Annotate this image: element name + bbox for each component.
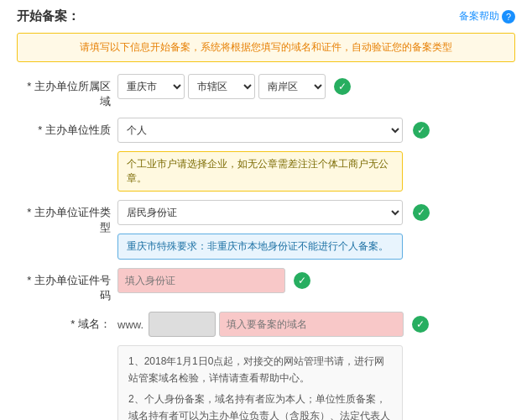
warning-text: 请填写以下信息开始备案，系统将根据您填写的域名和证件，自动验证您的备案类型 [80,41,452,53]
org-type-select[interactable]: 个人 [117,118,403,143]
domain-www-prefix: www. [117,318,143,331]
help-link-text: 备案帮助 [459,9,499,24]
id-number-row: * 主办单位证件号码 ✓ [17,268,515,303]
region-city-select[interactable]: 重庆市 [117,74,185,99]
id-type-select[interactable]: 居民身份证 [117,200,403,225]
domain-check-icon: ✓ [412,316,429,333]
help-link[interactable]: 备案帮助 ? [459,9,515,24]
page-title: 开始备案： [17,8,80,24]
id-type-row: * 主办单位证件类型 居民身份证 ✓ 重庆市特殊要求：非重庆市本地身份证不能进行… [17,200,515,260]
region-label: * 主办单位所属区域 [17,74,117,109]
id-type-hint: 重庆市特殊要求：非重庆市本地身份证不能进行个人备案。 [117,234,403,260]
registration-form: * 主办单位所属区域 重庆市 市辖区 南岸区 ✓ * 主办单位性质 [17,74,515,420]
id-number-input[interactable] [117,268,285,293]
org-type-label: * 主办单位性质 [17,118,117,138]
id-number-check-icon: ✓ [294,272,310,289]
id-type-check-icon: ✓ [413,204,430,221]
id-type-controls: 居民身份证 ✓ 重庆市特殊要求：非重庆市本地身份证不能进行个人备案。 [117,200,515,260]
domain-main-input[interactable] [219,312,404,337]
page-header: 开始备案： 备案帮助 ? [17,8,515,24]
domain-notes: 1、2018年1月1日0点起，对接交的网站管理书请，进行网站管案域名检验，详情请… [117,345,403,420]
region-district-type-select[interactable]: 市辖区 [188,74,255,99]
id-number-label: * 主办单位证件号码 [17,268,117,303]
org-type-hint: 个工业市户请选择企业，如无公章需差注注个体工商户无公章。 [117,151,403,192]
domain-row: * 域名： www. ✓ 1、2018年1月1日0点起，对接交的网站管理书请，进… [17,312,515,420]
id-type-label: * 主办单位证件类型 [17,200,117,235]
domain-controls: www. ✓ 1、2018年1月1日0点起，对接交的网站管理书请，进行网站管案域… [117,312,515,420]
domain-label: * 域名： [17,312,117,332]
domain-note-2: 2、个人身份备案，域名持有者应为本人；单位性质备案，域名持有者可以为主办单位负责… [128,391,392,420]
region-district-select[interactable]: 南岸区 [258,74,326,99]
id-number-controls: ✓ [117,268,515,293]
domain-note-1: 1、2018年1月1日0点起，对接交的网站管理书请，进行网站管案域名检验，详情请… [128,353,392,387]
region-check-icon: ✓ [334,78,351,95]
question-icon: ? [502,10,515,24]
domain-subdomain-input[interactable] [149,312,216,337]
warning-banner: 请填写以下信息开始备案，系统将根据您填写的域名和证件，自动验证您的备案类型 [17,33,515,62]
org-type-check-icon: ✓ [413,122,430,139]
region-row: * 主办单位所属区域 重庆市 市辖区 南岸区 ✓ [17,74,515,109]
region-controls: 重庆市 市辖区 南岸区 ✓ [117,74,515,99]
org-type-controls: 个人 ✓ 个工业市户请选择企业，如无公章需差注注个体工商户无公章。 [117,118,515,192]
org-type-row: * 主办单位性质 个人 ✓ 个工业市户请选择企业，如无公章需差注注个体工商户无公… [17,118,515,192]
